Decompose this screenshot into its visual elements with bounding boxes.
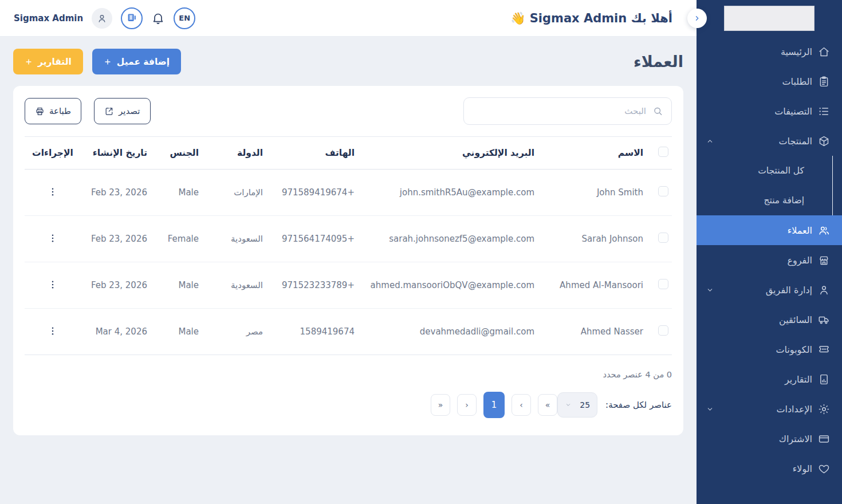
row-checkbox[interactable] <box>658 233 668 243</box>
cell-phone: +971589419674 <box>266 170 358 216</box>
table-body: John Smithjohn.smithR5Au@example.com+971… <box>25 170 672 355</box>
sidebar-item-label: السائقين <box>779 314 812 325</box>
cell-email: john.smithR5Au@example.com <box>358 170 538 216</box>
chevron-right-icon <box>693 14 701 22</box>
brand-name: Sigmax Admin <box>14 13 83 23</box>
column-header: الدولة <box>202 137 266 170</box>
sidebar-item[interactable]: الاشتراك <box>697 424 842 454</box>
row-actions-menu-button[interactable] <box>45 324 61 340</box>
pagination: »›1‹« <box>431 392 557 418</box>
cell-phone: +971523233789 <box>266 262 358 309</box>
pos-terminal-button[interactable] <box>121 7 143 29</box>
prev-page-button[interactable]: ‹ <box>512 394 531 416</box>
sidebar-item[interactable]: العملاء <box>697 215 842 245</box>
sidebar-item-label: التصنيفات <box>774 106 812 117</box>
table-header-row: الاسمالبريد الإلكترونيالهاتفالدولةالجنست… <box>25 137 672 170</box>
column-header: الإجراءات <box>25 137 81 170</box>
sidebar-item-label: الطلبات <box>782 76 812 87</box>
person-icon <box>96 13 108 24</box>
cell-created: Feb 23, 2026 <box>81 216 151 262</box>
plus-icon <box>104 58 112 66</box>
content-area: العملاء إضافة عميل التقارير <box>0 37 697 504</box>
sidebar-item[interactable]: المنتجات <box>697 126 842 156</box>
topbar-controls: EN Sigmax Admin <box>14 7 195 29</box>
first-page-button[interactable]: « <box>538 394 557 416</box>
next-page-button[interactable]: › <box>457 394 477 416</box>
print-label: طباعة <box>49 106 71 116</box>
table-row: Ahmed Nasserdevahmedadli@gmail.com158941… <box>25 309 672 355</box>
cell-created: Feb 23, 2026 <box>81 170 151 216</box>
reports-button[interactable]: التقارير <box>13 49 83 74</box>
page-actions: إضافة عميل التقارير <box>13 49 181 74</box>
row-actions-menu-button[interactable] <box>45 231 61 247</box>
sidebar-item-label: إدارة الفريق <box>766 285 812 296</box>
sidebar-item[interactable]: الطلبات <box>697 66 842 96</box>
sidebar-item[interactable]: السائقين <box>697 305 842 334</box>
search-input[interactable] <box>463 97 672 125</box>
customers-table: الاسمالبريد الإلكترونيالهاتفالدولةالجنست… <box>25 136 672 355</box>
cell-name: Sarah Johnson <box>538 216 647 262</box>
language-button[interactable]: EN <box>174 7 195 29</box>
sidebar-submenu: كل المنتجاتإضافة منتج <box>697 156 833 215</box>
sidebar-item-label: الفروع <box>787 255 812 266</box>
page-header: العملاء إضافة عميل التقارير <box>13 49 683 74</box>
table-row: Ahmed Al-Mansooriahmed.mansooriObQV@exam… <box>25 262 672 309</box>
sidebar-item[interactable]: الرئيسية <box>697 37 842 66</box>
column-header: البريد الإلكتروني <box>358 137 538 170</box>
sidebar-item-label: المنتجات <box>779 136 813 147</box>
sidebar-item-label: الاشتراك <box>779 434 812 444</box>
sidebar-item[interactable]: الكوبونات <box>697 334 842 364</box>
row-checkbox[interactable] <box>658 279 668 289</box>
search-icon <box>652 106 663 117</box>
export-button[interactable]: تصدير <box>94 98 151 124</box>
add-customer-button[interactable]: إضافة عميل <box>92 49 181 74</box>
cell-name: Ahmed Al-Mansoori <box>538 262 647 309</box>
sidebar-item-label: الرئيسية <box>781 46 812 57</box>
cell-gender: Male <box>151 309 202 355</box>
card-toolbar: تصدير طباعة <box>25 97 672 125</box>
sidebar-subitem[interactable]: كل المنتجات <box>697 156 832 186</box>
avatar[interactable] <box>92 8 112 29</box>
row-checkbox[interactable] <box>658 325 668 336</box>
sidebar-item[interactable]: التصنيفات <box>697 96 842 126</box>
printer-icon <box>35 107 45 116</box>
select-all-checkbox[interactable] <box>658 147 668 157</box>
per-page-label: عناصر لكل صفحة: <box>605 400 672 410</box>
sidebar-toggle-button[interactable] <box>687 9 707 28</box>
main-column: أهلا بك Sigmax Admin 👋 EN Sigmax Admin ا… <box>0 0 697 504</box>
row-checkbox[interactable] <box>658 186 668 196</box>
page-1-button[interactable]: 1 <box>483 392 505 418</box>
last-page-button[interactable]: » <box>431 394 450 416</box>
sidebar-item[interactable]: إدارة الفريق <box>697 275 842 305</box>
cell-gender: Male <box>151 262 202 309</box>
row-actions-menu-button[interactable] <box>45 277 61 293</box>
orders-icon <box>818 76 830 88</box>
bell-icon[interactable] <box>151 11 165 25</box>
products-icon <box>818 135 830 147</box>
chevron-down-icon <box>706 405 714 414</box>
row-actions-menu-button[interactable] <box>45 184 61 200</box>
language-label: EN <box>179 14 190 22</box>
sidebar-subitem[interactable]: إضافة منتج <box>697 186 832 215</box>
sidebar-item[interactable]: الولاء <box>697 454 842 483</box>
cell-email: devahmedadli@gmail.com <box>358 309 538 355</box>
cell-created: Mar 4, 2026 <box>81 309 151 355</box>
cell-country: السعودية <box>202 262 266 309</box>
sidebar-item[interactable]: الفروع <box>697 245 842 275</box>
chevron-down-icon <box>565 401 572 408</box>
sidebar-item[interactable]: التقارير <box>697 364 842 394</box>
reports-icon <box>818 373 830 385</box>
add-customer-label: إضافة عميل <box>117 57 170 67</box>
categories-icon <box>818 105 830 117</box>
sidebar-item-label: الكوبونات <box>776 344 812 355</box>
per-page-select[interactable]: 25 <box>557 392 597 418</box>
sidebar-item[interactable]: الإعدادات <box>697 394 842 424</box>
selection-count-text: 0 من 4 عنصر محدد <box>25 370 672 379</box>
cell-name: Ahmed Nasser <box>538 309 647 355</box>
print-button[interactable]: طباعة <box>25 98 81 124</box>
per-page-value: 25 <box>580 400 590 410</box>
topbar: أهلا بك Sigmax Admin 👋 EN Sigmax Admin <box>0 0 697 37</box>
subscription-icon <box>818 433 830 445</box>
cell-email: ahmed.mansooriObQV@example.com <box>358 262 538 309</box>
chevron-up-icon <box>706 137 714 145</box>
